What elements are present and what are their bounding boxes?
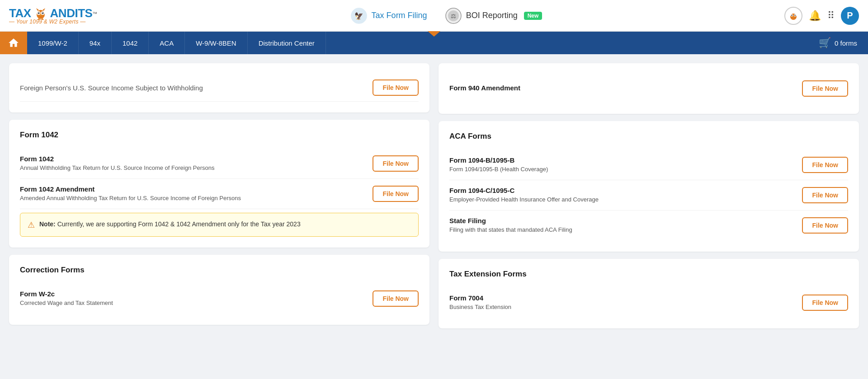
site-header: TAX	[0, 0, 868, 32]
logo-tagline: — Your 1099 & W2 Experts —	[9, 19, 86, 25]
svg-point-7	[38, 12, 38, 13]
form-1094b-1095b-info: Form 1094-B/1095-B Form 1094/1095-B (Hea…	[449, 156, 548, 173]
svg-point-24	[791, 14, 792, 15]
svg-marker-2	[42, 8, 45, 11]
form-w2c-row: Form W-2c Corrected Wage and Tax Stateme…	[20, 284, 419, 313]
nav-pointer	[428, 31, 440, 37]
form-1042-amendment-info: Form 1042 Amendment Amended Annual Withh…	[20, 185, 241, 202]
nav-w9-w8ben[interactable]: W-9/W-8BEN	[185, 32, 247, 54]
form-1094c-1095c-name: Form 1094-C/1095-C	[449, 187, 599, 194]
form-w2c-info: Form W-2c Corrected Wage and Tax Stateme…	[20, 290, 113, 307]
note-icon: ⚠	[28, 220, 35, 230]
state-filing-info: State Filing Filing with that states tha…	[449, 217, 572, 234]
form-1094b-1095b-row: Form 1094-B/1095-B Form 1094/1095-B (Hea…	[449, 150, 848, 180]
home-nav-button[interactable]	[0, 32, 27, 54]
form-7004-info: Form 7004 Business Tax Extension	[449, 294, 511, 311]
svg-point-25	[794, 14, 795, 15]
svg-text:🦅: 🦅	[354, 12, 363, 20]
cart-count: 0 forms	[835, 39, 857, 47]
note-text: Note: Currently, we are supporting Form …	[39, 220, 301, 229]
nav-boi-reporting[interactable]: ⚖ BOI Reporting New	[445, 8, 542, 24]
nav-1099-w2[interactable]: 1099/W-2	[27, 32, 79, 54]
form-w2c-desc: Corrected Wage and Tax Statement	[20, 299, 113, 307]
notification-bell[interactable]: 🔔	[809, 10, 821, 22]
logo-area: TAX	[9, 6, 108, 25]
form-1042-amendment-row: Form 1042 Amendment Amended Annual Withh…	[20, 179, 419, 209]
cart-area[interactable]: 🛒 0 forms	[819, 37, 868, 49]
boi-icon: ⚖	[445, 8, 462, 24]
form-1094c-1095c-row: Form 1094-C/1095-C Employer-Provided Hea…	[449, 180, 848, 211]
form-w2c-name: Form W-2c	[20, 290, 113, 298]
header-actions: 🔔 ⠿ P	[784, 7, 859, 25]
form-1042-amendment-desc: Amended Annual Withholding Tax Return fo…	[20, 194, 241, 202]
form-w2c-file-now-button[interactable]: File Now	[373, 290, 419, 307]
partial-top-card: Foreign Person's U.S. Source Income Subj…	[9, 63, 429, 112]
svg-text:⚖: ⚖	[451, 13, 456, 19]
form-1042-row: Form 1042 Annual Withholding Tax Return …	[20, 149, 419, 179]
main-content: Foreign Person's U.S. Source Income Subj…	[0, 54, 868, 337]
nav-tax-form-filing[interactable]: 🦅 Tax Form Filing	[351, 8, 427, 24]
partial-file-now-button[interactable]: File Now	[373, 80, 419, 96]
form-1094c-1095c-info: Form 1094-C/1095-C Employer-Provided Hea…	[449, 187, 599, 204]
nav-1042[interactable]: 1042	[112, 32, 149, 54]
form-1042-card-title: Form 1042	[20, 131, 419, 140]
apps-grid[interactable]: ⠿	[827, 10, 835, 22]
form-1094b-1095b-file-now-button[interactable]: File Now	[802, 157, 848, 173]
form-1042-desc: Annual Withholding Tax Return for U.S. S…	[20, 164, 214, 172]
form-1042-note: ⚠ Note: Currently, we are supporting For…	[20, 213, 419, 237]
form-1042-info: Form 1042 Annual Withholding Tax Return …	[20, 155, 214, 172]
form-1094c-1095c-desc: Employer-Provided Health Insurance Offer…	[449, 196, 599, 204]
form-940-amendment-info: Form 940 Amendment	[449, 84, 520, 93]
form-1042-card: Form 1042 Form 1042 Annual Withholding T…	[9, 120, 429, 248]
left-column: Foreign Person's U.S. Source Income Subj…	[9, 63, 429, 328]
home-icon	[8, 37, 19, 49]
form-940-amendment-name: Form 940 Amendment	[449, 84, 520, 92]
form-940-amendment-row: Form 940 Amendment File Now	[449, 74, 848, 103]
aca-forms-title: ACA Forms	[449, 132, 848, 141]
svg-point-6	[42, 12, 43, 14]
form-1042-name: Form 1042	[20, 155, 214, 163]
nav-items: 1099/W-2 94x 1042 ACA W-9/W-8BEN Distrib…	[27, 32, 819, 54]
form-1042-amendment-name: Form 1042 Amendment	[20, 185, 241, 193]
tax-form-filing-label: Tax Form Filing	[372, 11, 427, 20]
logo-tm: ™	[92, 11, 97, 16]
tax-form-icon: 🦅	[351, 8, 367, 24]
form-940-amendment-file-now-button[interactable]: File Now	[802, 80, 848, 97]
state-filing-file-now-button[interactable]: File Now	[802, 217, 848, 234]
form-1094b-1095b-desc: Form 1094/1095-B (Health Coverage)	[449, 165, 548, 173]
nav-distribution-center[interactable]: Distribution Center	[248, 32, 326, 54]
form-7004-row: Form 7004 Business Tax Extension File No…	[449, 288, 848, 318]
state-filing-row: State Filing Filing with that states tha…	[449, 211, 848, 240]
correction-forms-title: Correction Forms	[20, 266, 419, 275]
robot-icon	[788, 10, 799, 21]
partial-form-row: Foreign Person's U.S. Source Income Subj…	[20, 74, 419, 102]
right-column: Form 940 Amendment File Now ACA Forms Fo…	[439, 63, 859, 328]
user-avatar[interactable]: P	[841, 7, 859, 25]
state-filing-desc: Filing with that states that mandated AC…	[449, 226, 572, 234]
nav-94x[interactable]: 94x	[79, 32, 112, 54]
nav-aca[interactable]: ACA	[149, 32, 185, 54]
form-7004-desc: Business Tax Extension	[449, 303, 511, 311]
robot-button[interactable]	[784, 7, 802, 25]
tax-extension-forms-card: Tax Extension Forms Form 7004 Business T…	[439, 259, 859, 328]
form-7004-name: Form 7004	[449, 294, 511, 302]
state-filing-name: State Filing	[449, 217, 572, 225]
form-1042-file-now-button[interactable]: File Now	[373, 155, 419, 172]
form-7004-file-now-button[interactable]: File Now	[802, 295, 848, 311]
tax-extension-forms-title: Tax Extension Forms	[449, 270, 848, 279]
cart-icon: 🛒	[819, 37, 831, 49]
aca-forms-card: ACA Forms Form 1094-B/1095-B Form 1094/1…	[439, 121, 859, 252]
form-1094c-1095c-file-now-button[interactable]: File Now	[802, 187, 848, 203]
form-1042-amendment-file-now-button[interactable]: File Now	[373, 186, 419, 202]
svg-point-5	[38, 12, 39, 14]
form-1094b-1095b-name: Form 1094-B/1095-B	[449, 156, 548, 164]
svg-marker-1	[36, 8, 39, 11]
boi-new-badge: New	[524, 12, 542, 20]
header-nav: 🦅 Tax Form Filing ⚖ BOI Reporting New	[108, 8, 784, 24]
logo-owl-icon	[32, 7, 49, 20]
partial-form-name: Foreign Person's U.S. Source Income Subj…	[20, 84, 203, 92]
correction-forms-card: Correction Forms Form W-2c Corrected Wag…	[9, 255, 429, 324]
form-940-card: Form 940 Amendment File Now	[439, 63, 859, 114]
boi-reporting-label: BOI Reporting	[466, 11, 518, 20]
svg-point-8	[42, 12, 42, 13]
